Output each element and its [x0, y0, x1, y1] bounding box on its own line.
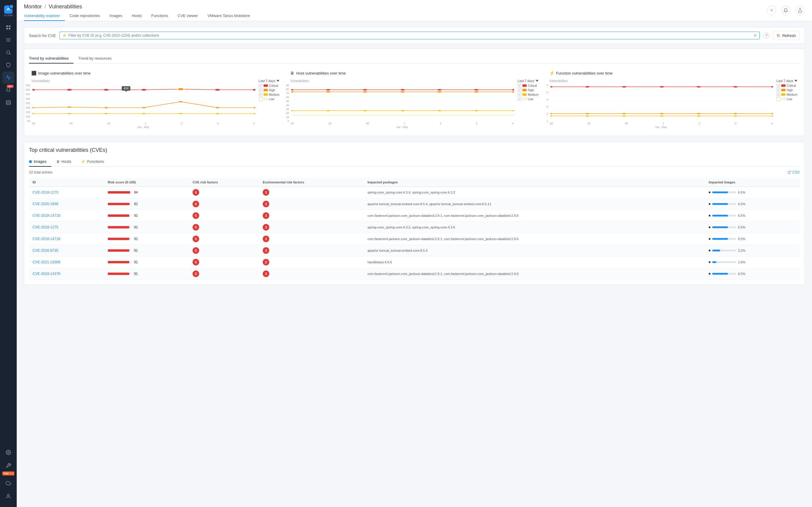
cell-id: CVE-2018-1275 — [29, 222, 104, 233]
cve-link[interactable]: CVE-2018-1275 — [33, 225, 58, 229]
svg-point-71 — [438, 110, 441, 111]
svg-line-8 — [9, 53, 10, 55]
sidebar-item-tools[interactable] — [2, 460, 14, 471]
resource-tab-hosts[interactable]: 🖥 Hosts — [51, 157, 76, 167]
svg-point-25 — [67, 89, 72, 91]
svg-rect-0 — [6, 25, 8, 27]
cve-link[interactable]: CVE-2016-8735 — [33, 248, 58, 252]
cell-id: CVE-2018-14719 — [29, 210, 104, 222]
legend-critical-color — [264, 84, 268, 87]
sidebar-item-dashboard[interactable] — [2, 21, 14, 34]
sidebar-item-search[interactable] — [2, 47, 14, 58]
app-logo[interactable]: CLOUD — [2, 2, 14, 19]
legend-high-check[interactable]: ✓ — [259, 88, 262, 92]
csv-label: CSV — [792, 170, 800, 174]
vulnerabilities-table: ID Risk score (0-100) CVE risk factors E… — [29, 178, 800, 280]
legend-medium-check[interactable]: ✓ — [259, 93, 262, 96]
svg-rect-1 — [9, 25, 10, 27]
alerts-badge: 1887 — [7, 85, 14, 88]
cve-risk-badge: 5 — [193, 224, 199, 231]
table-row: CVE-2019-14379 91 5 3 com.fasterxml.jack… — [29, 268, 800, 280]
svg-point-38 — [33, 113, 34, 114]
legend-low-check[interactable] — [259, 97, 262, 101]
sidebar-item-monitor[interactable] — [2, 71, 14, 83]
notifications-icon[interactable] — [781, 6, 791, 15]
env-risk-badge: 3 — [263, 224, 269, 231]
cve-link[interactable]: CVE-2021-23369 — [33, 260, 60, 264]
tab-hosts[interactable]: Hosts — [127, 11, 146, 21]
resource-tab-images[interactable]: Images — [29, 157, 51, 167]
csv-export-button[interactable]: CSV — [788, 170, 800, 174]
cell-env-risk: 3 — [259, 198, 364, 210]
host-chart-icon: 🖥 — [290, 71, 294, 75]
tab-vmware-tanzu[interactable]: VMware Tanzu blobstore — [203, 11, 255, 21]
svg-point-69 — [363, 110, 367, 111]
function-chart-title: ⚡ Function vulnerabilities over time — [549, 71, 797, 75]
sidebar-item-defend[interactable] — [2, 59, 14, 71]
image-chart-tooltip: 404 — [122, 86, 131, 91]
svg-point-33 — [104, 107, 108, 108]
cell-risk-score: 92 — [104, 198, 189, 210]
search-input[interactable] — [68, 34, 752, 38]
trend-tab-vulnerabilities[interactable]: Trend by vulnerabilities — [29, 54, 73, 63]
svg-point-67 — [291, 110, 293, 111]
function-period-selector[interactable]: Last 7 days — [776, 79, 797, 82]
table-row: CVE-2018-1275 91 5 3 spring-core_spring-… — [29, 222, 800, 233]
help-button[interactable]: ? — [763, 33, 769, 39]
image-period-selector[interactable]: Last 7 days — [258, 79, 280, 82]
top-nav: Vulnerability explorer Code repositories… — [24, 11, 255, 21]
cell-packages: com.fasterxml.jackson.core_jackson-datab… — [364, 268, 705, 280]
tab-vulnerability-explorer[interactable]: Vulnerability explorer — [24, 11, 65, 21]
cve-section-title: Top critical vulnerabilities (CVEs) — [29, 147, 800, 153]
legend-critical-check[interactable]: ✓ — [259, 84, 262, 88]
svg-point-39 — [68, 113, 71, 114]
sidebar-item-user[interactable] — [2, 490, 14, 502]
cve-link[interactable]: CVE-2018-14719 — [33, 214, 60, 218]
cell-packages: com.fasterxml.jackson.core_jackson-datab… — [364, 233, 705, 245]
page-body: Search for CVE ⚡ ✕ ? ↻ Refresh Trend by … — [17, 21, 812, 507]
svg-point-94 — [586, 115, 589, 117]
svg-point-54 — [326, 89, 330, 91]
svg-point-30 — [253, 89, 255, 91]
cve-link[interactable]: CVE-2018-14718 — [33, 237, 60, 241]
cell-cve-risk: 6 — [189, 198, 259, 210]
tab-images[interactable]: Images — [105, 11, 127, 21]
svg-point-64 — [437, 91, 442, 93]
sidebar-item-docs[interactable] — [2, 97, 14, 109]
trend-tab-resources[interactable]: Trend by resources — [73, 54, 116, 63]
col-images: Impacted images — [705, 178, 800, 187]
impact-dot — [709, 203, 711, 205]
svg-point-95 — [622, 115, 626, 117]
cell-packages: com.fasterxml.jackson.core_jackson-datab… — [364, 210, 705, 222]
table-row: CVE-2021-23369 91 6 2 handlebars:4.0.6 1… — [29, 257, 800, 268]
trend-section: Trend by vulnerabilities Trend by resour… — [24, 49, 805, 136]
resource-tab-functions[interactable]: ⚡ Functions — [76, 157, 109, 167]
svg-rect-3 — [9, 28, 10, 30]
impact-dot — [709, 238, 711, 240]
sidebar-item-settings[interactable] — [2, 446, 14, 458]
svg-point-66 — [512, 91, 514, 93]
cve-link[interactable]: CVE-2018-1270 — [33, 190, 58, 194]
sidebar-item-inventory[interactable] — [2, 34, 14, 46]
help-icon[interactable]: ? — [767, 6, 776, 15]
host-chart-card: 🖥 Host vulnerabilities over time Vulnera… — [288, 68, 541, 131]
clear-search-icon[interactable]: ✕ — [754, 33, 757, 38]
refresh-button[interactable]: ↻ Refresh — [773, 31, 800, 40]
svg-point-84 — [733, 86, 738, 88]
svg-point-63 — [401, 91, 405, 93]
host-period-selector[interactable]: Last 7 days — [517, 79, 538, 82]
impact-dot — [709, 261, 711, 263]
tab-functions[interactable]: Functions — [147, 11, 173, 21]
sidebar-item-alerts[interactable]: 1887 — [2, 84, 14, 96]
sidebar-item-cloud[interactable] — [2, 477, 14, 489]
legend-low: Low — [259, 97, 280, 101]
tab-code-repositories[interactable]: Code repositories — [65, 11, 105, 21]
svg-point-57 — [437, 89, 442, 91]
legend-high: ✓ High — [259, 88, 280, 92]
share-icon[interactable] — [795, 6, 805, 15]
cell-id: CVE-2019-14379 — [29, 268, 104, 280]
svg-point-87 — [586, 113, 589, 114]
tab-cve-viewer[interactable]: CVE viewer — [173, 11, 203, 21]
cve-link[interactable]: CVE-2019-14379 — [33, 272, 60, 276]
cve-link[interactable]: CVE-2020-1938 — [33, 202, 58, 206]
